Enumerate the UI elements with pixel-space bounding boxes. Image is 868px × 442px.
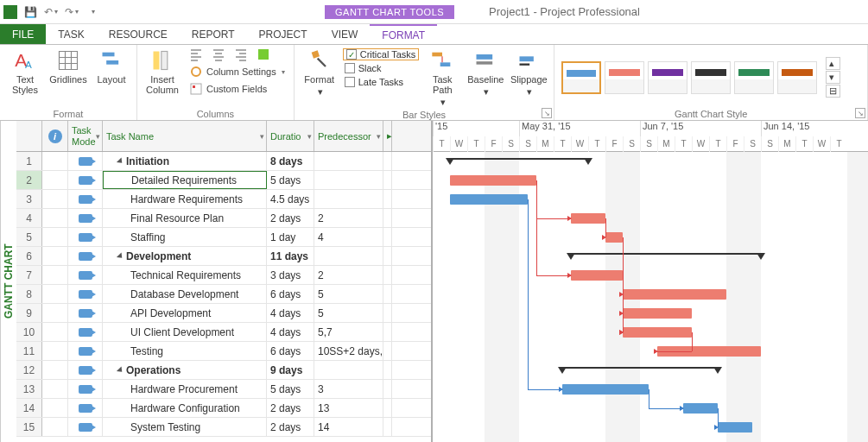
table-row[interactable]: 3Hardware Requirements4.5 days — [16, 190, 431, 209]
gantt-task-bar[interactable] — [683, 403, 718, 414]
cell-duration[interactable]: 2 days — [267, 399, 314, 417]
cell-task-name[interactable]: System Testing — [103, 418, 267, 436]
cell-duration[interactable]: 8 days — [267, 152, 314, 170]
gridlines-button[interactable]: Gridlines — [48, 47, 88, 86]
cell-indicators[interactable] — [42, 361, 68, 379]
cell-indicators[interactable] — [42, 285, 68, 303]
table-row[interactable]: 4Final Resource Plan2 days2 — [16, 209, 431, 228]
cell-indicators[interactable] — [42, 228, 68, 246]
cell-duration[interactable]: 2 days — [267, 209, 314, 227]
gantt-task-bar[interactable] — [623, 327, 692, 338]
row-number[interactable]: 12 — [16, 361, 42, 379]
slack-checkbox[interactable]: Slack — [343, 62, 420, 74]
column-settings-button[interactable]: Column Settings▾ — [186, 64, 288, 79]
gantt-task-bar[interactable] — [571, 213, 605, 224]
align-right-button[interactable] — [231, 47, 251, 62]
cell-task-name[interactable]: Final Resource Plan — [103, 209, 267, 227]
save-icon[interactable]: 💾 — [22, 4, 38, 20]
gantt-style-item[interactable] — [734, 61, 774, 94]
cell-task-mode[interactable] — [68, 304, 103, 322]
table-row[interactable]: 7Technical Requirements3 days2 — [16, 266, 431, 285]
cell-indicators[interactable] — [42, 399, 68, 417]
cell-task-name[interactable]: Hardware Configuration — [103, 399, 267, 417]
table-row[interactable]: 8Database Development6 days5 — [16, 285, 431, 304]
cell-task-mode[interactable] — [68, 247, 103, 265]
redo-icon[interactable]: ↷▾ — [64, 4, 79, 20]
cell-duration[interactable]: 9 days — [267, 361, 314, 379]
row-number[interactable]: 13 — [16, 380, 42, 398]
gantt-style-item[interactable] — [605, 61, 644, 94]
row-number[interactable]: 7 — [16, 266, 42, 284]
align-center-button[interactable] — [208, 47, 229, 62]
cell-task-mode[interactable] — [68, 380, 103, 398]
row-number[interactable]: 5 — [16, 228, 42, 246]
cell-predecessors[interactable] — [314, 171, 383, 189]
table-row[interactable]: 5Staffing1 day4 — [16, 228, 431, 247]
cell-task-mode[interactable] — [68, 342, 103, 360]
row-number[interactable]: 4 — [16, 209, 42, 227]
cell-duration[interactable]: 2 days — [267, 418, 314, 436]
cell-indicators[interactable] — [42, 171, 68, 189]
row-number[interactable]: 10 — [16, 323, 42, 341]
undo-icon[interactable]: ↶▾ — [43, 4, 59, 20]
column-header-duration[interactable]: Duratio▾ — [267, 121, 314, 151]
table-row[interactable]: 14Hardware Configuration2 days13 — [16, 399, 431, 418]
cell-task-mode[interactable] — [68, 361, 103, 379]
cell-task-name[interactable]: API Development — [103, 304, 267, 322]
cell-predecessors[interactable]: 2 — [314, 266, 383, 284]
column-gutter[interactable]: ▸ — [383, 121, 392, 151]
cell-task-name[interactable]: Hardware Procurement — [103, 380, 267, 398]
outline-toggle-icon[interactable] — [117, 366, 124, 374]
column-header-predecessors[interactable]: Predecessor▾ — [314, 121, 383, 151]
wrap-text-button[interactable] — [253, 47, 274, 62]
column-header-task-mode[interactable]: Task Mode▾ — [68, 121, 103, 151]
cell-task-mode[interactable] — [68, 266, 103, 284]
column-header-task-name[interactable]: Task Name▾ — [103, 121, 267, 151]
table-row[interactable]: 2Detailed Requirements5 days — [16, 171, 431, 190]
text-styles-button[interactable]: AA Text Styles — [5, 47, 45, 97]
cell-predecessors[interactable]: 2 — [314, 209, 383, 227]
cell-predecessors[interactable]: 5 — [314, 304, 383, 322]
cell-task-name[interactable]: Hardware Requirements — [103, 190, 267, 208]
gallery-scroll-down-button[interactable]: ▾ — [826, 71, 840, 84]
file-tab[interactable]: FILE — [0, 24, 46, 44]
outline-toggle-icon[interactable] — [117, 157, 124, 165]
row-number[interactable]: 1 — [16, 152, 42, 170]
tab-task[interactable]: TASK — [46, 24, 96, 44]
cell-duration[interactable]: 4 days — [267, 304, 314, 322]
cell-predecessors[interactable]: 5,7 — [314, 323, 383, 341]
cell-indicators[interactable] — [42, 380, 68, 398]
table-row[interactable]: 9API Development4 days5 — [16, 304, 431, 323]
cell-predecessors[interactable] — [314, 152, 383, 170]
cell-task-mode[interactable] — [68, 152, 103, 170]
cell-task-mode[interactable] — [68, 399, 103, 417]
gantt-style-item[interactable] — [561, 61, 601, 94]
cell-duration[interactable]: 6 days — [267, 342, 314, 360]
cell-indicators[interactable] — [42, 342, 68, 360]
table-row[interactable]: 13Hardware Procurement5 days3 — [16, 380, 431, 399]
cell-duration[interactable]: 11 days — [267, 247, 314, 265]
cell-task-name[interactable]: Initiation — [103, 152, 267, 170]
cell-task-name[interactable]: Technical Requirements — [103, 266, 267, 284]
gallery-more-button[interactable]: ⊟ — [826, 85, 840, 98]
cell-task-name[interactable]: UI Client Development — [103, 323, 267, 341]
table-row[interactable]: 15System Testing2 days14 — [16, 418, 431, 437]
cell-task-name[interactable]: Operations — [103, 361, 267, 379]
cell-task-mode[interactable] — [68, 190, 103, 208]
gantt-task-bar[interactable] — [623, 289, 726, 300]
tab-report[interactable]: REPORT — [180, 24, 247, 44]
cell-task-name[interactable]: Testing — [103, 342, 267, 360]
custom-fields-button[interactable]: Custom Fields — [186, 81, 288, 97]
column-header-rownum[interactable] — [16, 121, 42, 151]
cell-task-name[interactable]: Database Development — [103, 285, 267, 303]
cell-predecessors[interactable]: 5 — [314, 285, 383, 303]
row-number[interactable]: 11 — [16, 342, 42, 360]
row-number[interactable]: 6 — [16, 247, 42, 265]
row-number[interactable]: 2 — [16, 171, 42, 189]
late-tasks-checkbox[interactable]: Late Tasks — [343, 76, 420, 88]
tab-format[interactable]: FORMAT — [370, 24, 437, 44]
cell-task-mode[interactable] — [68, 418, 103, 436]
slippage-button[interactable]: Slippage ▾ — [509, 47, 548, 98]
gallery-scroll-up-button[interactable]: ▴ — [826, 57, 840, 70]
row-number[interactable]: 3 — [16, 190, 42, 208]
